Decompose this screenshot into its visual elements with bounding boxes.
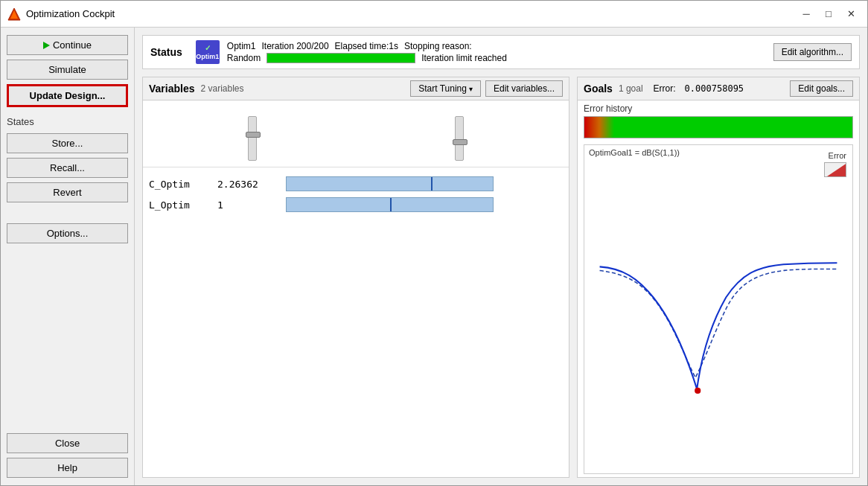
goals-error-value: 0.000758095 xyxy=(685,83,744,94)
window-controls: ─ □ ✕ xyxy=(796,6,861,22)
error-history-section: Error history xyxy=(578,100,859,141)
window-title: Optimization Cockpit xyxy=(26,8,796,19)
maximize-button[interactable]: □ xyxy=(818,6,839,22)
error-legend: Error xyxy=(824,151,846,177)
stopping-label: Stopping reason: xyxy=(404,41,472,51)
table-row: C_Optim 2.26362 xyxy=(149,173,563,194)
progress-bar xyxy=(267,53,415,63)
var-bar-line-l xyxy=(390,198,392,211)
var-bar-l xyxy=(286,197,494,212)
goals-panel: Goals 1 goal Error: 0.000758095 Edit goa… xyxy=(577,77,860,478)
goals-header: Goals 1 goal Error: 0.000758095 Edit goa… xyxy=(578,77,859,100)
elapsed-text: Elapsed time:1s xyxy=(335,41,398,51)
app-icon xyxy=(7,7,22,22)
continue-button[interactable]: Continue xyxy=(7,35,128,55)
options-button[interactable]: Options... xyxy=(7,223,128,243)
error-triangle xyxy=(825,163,846,177)
var-bar-container-l xyxy=(286,197,563,212)
update-design-button[interactable]: Update Design... xyxy=(7,84,128,107)
status-icon: ✓ Optim1 xyxy=(196,40,220,64)
var-bar-line-c xyxy=(431,177,433,191)
main-content: Continue Simulate Update Design... State… xyxy=(1,28,867,485)
var-name-c: C_Optim xyxy=(149,179,208,190)
main-window: Optimization Cockpit ─ □ ✕ Continue Simu… xyxy=(0,0,868,486)
optim-name: Optim1 xyxy=(227,41,256,51)
close-button-sidebar[interactable]: Close xyxy=(7,433,128,453)
variables-table: C_Optim 2.26362 L_Optim 1 xyxy=(143,167,569,477)
goals-title: Goals xyxy=(584,83,613,95)
revert-button[interactable]: Revert xyxy=(7,182,128,202)
simulate-button[interactable]: Simulate xyxy=(7,60,128,80)
table-row: L_Optim 1 xyxy=(149,194,563,215)
variables-title: Variables xyxy=(149,83,195,95)
var-value-l: 1 xyxy=(217,199,277,211)
slider-thumb-2[interactable] xyxy=(453,139,467,145)
goal-chart-area: OptimGoal1 = dB(S(1,1)) xyxy=(584,144,853,474)
edit-goals-button[interactable]: Edit goals... xyxy=(790,80,853,97)
dropdown-arrow-icon: ▾ xyxy=(469,85,473,93)
play-icon xyxy=(43,42,50,49)
edit-algorithm-button[interactable]: Edit algorithm... xyxy=(773,43,852,61)
error-history-label: Error history xyxy=(584,103,853,114)
slider-thumb-1[interactable] xyxy=(246,132,261,138)
slider-track-2[interactable] xyxy=(455,116,464,161)
right-panel: Status ✓ Optim1 Optim1 Iteration 200/200… xyxy=(135,28,867,485)
goals-count: 1 goal xyxy=(619,83,643,94)
error-history-bar xyxy=(584,116,853,138)
stopping-reason: Iteration limit reached xyxy=(421,53,507,63)
var-bar-container-c xyxy=(286,176,563,191)
chart-formula: OptimGoal1 = dB(S(1,1)) xyxy=(584,145,852,160)
start-tuning-button[interactable]: Start Tuning ▾ xyxy=(410,80,481,97)
sliders-area xyxy=(143,100,569,167)
close-button[interactable]: ✕ xyxy=(840,6,861,22)
goal-chart-svg xyxy=(584,160,852,474)
recall-button[interactable]: Recall... xyxy=(7,158,128,178)
sidebar: Continue Simulate Update Design... State… xyxy=(1,28,135,485)
error-corner-box xyxy=(824,162,846,177)
states-label: States xyxy=(7,116,128,127)
variables-header: Variables 2 variables Start Tuning ▾ Edi… xyxy=(143,77,569,100)
status-title: Status xyxy=(150,46,182,58)
edit-variables-button[interactable]: Edit variables... xyxy=(485,80,563,97)
variables-content: C_Optim 2.26362 L_Optim 1 xyxy=(143,100,569,477)
var-value-c: 2.26362 xyxy=(217,179,277,190)
variables-panel: Variables 2 variables Start Tuning ▾ Edi… xyxy=(142,77,569,478)
slider-1[interactable] xyxy=(248,116,257,161)
variables-actions: Start Tuning ▾ Edit variables... xyxy=(410,80,563,97)
progress-fill xyxy=(267,54,415,63)
var-name-l: L_Optim xyxy=(149,199,208,211)
help-button[interactable]: Help xyxy=(7,458,128,478)
vars-goals-row: Variables 2 variables Start Tuning ▾ Edi… xyxy=(142,77,860,478)
slider-track-1[interactable] xyxy=(248,116,257,161)
goals-error-label: Error: xyxy=(654,83,676,94)
var-bar-c xyxy=(286,176,494,191)
minimize-button[interactable]: ─ xyxy=(796,6,817,22)
error-history-red xyxy=(584,117,614,138)
slider-2[interactable] xyxy=(455,116,464,161)
random-name: Random xyxy=(227,53,261,63)
error-legend-label: Error xyxy=(829,151,846,160)
variables-count: 2 variables xyxy=(201,83,244,94)
status-section: Status ✓ Optim1 Optim1 Iteration 200/200… xyxy=(142,35,860,69)
store-button[interactable]: Store... xyxy=(7,133,128,153)
svg-point-3 xyxy=(695,388,701,394)
status-info: Optim1 Iteration 200/200 Elapsed time:1s… xyxy=(227,41,507,63)
title-bar: Optimization Cockpit ─ □ ✕ xyxy=(1,1,867,28)
iteration-text: Iteration 200/200 xyxy=(261,41,328,51)
